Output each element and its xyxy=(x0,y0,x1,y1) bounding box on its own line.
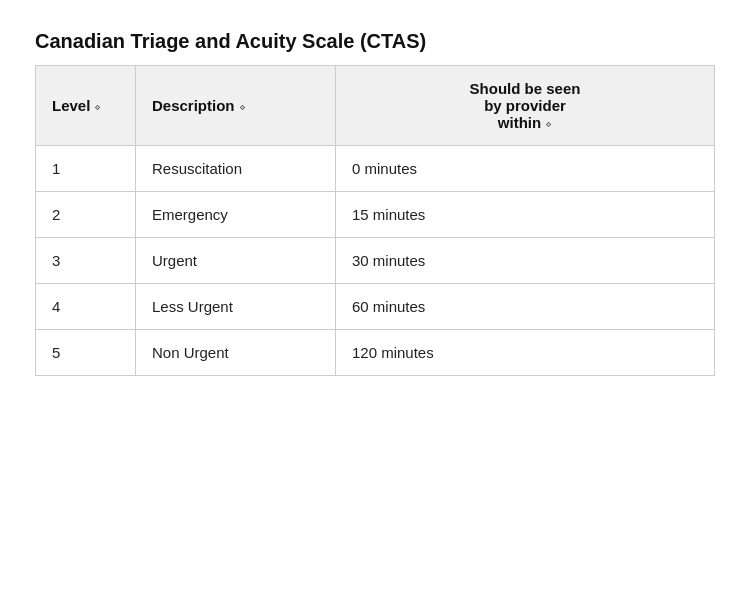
cell-description-1: Emergency xyxy=(136,192,336,238)
col-time-label-line2: by provider xyxy=(484,97,566,114)
cell-description-0: Resuscitation xyxy=(136,146,336,192)
col-header-level[interactable]: Level ⬦ xyxy=(36,66,136,146)
cell-time-4: 120 minutes xyxy=(336,330,715,376)
table-row: 5Non Urgent120 minutes xyxy=(36,330,715,376)
ctas-table: Level ⬦ Description ⬦ Should be seen xyxy=(35,65,715,376)
sort-icon-time[interactable]: ⬦ xyxy=(545,117,552,129)
sort-icon-description[interactable]: ⬦ xyxy=(239,100,246,112)
col-description-label: Description xyxy=(152,97,235,114)
col-header-time[interactable]: Should be seen by provider within ⬦ xyxy=(336,66,715,146)
table-row: 4Less Urgent60 minutes xyxy=(36,284,715,330)
cell-description-3: Less Urgent xyxy=(136,284,336,330)
cell-time-3: 60 minutes xyxy=(336,284,715,330)
cell-level-2: 3 xyxy=(36,238,136,284)
main-container: Canadian Triage and Acuity Scale (CTAS) … xyxy=(35,30,715,376)
cell-time-1: 15 minutes xyxy=(336,192,715,238)
col-header-description[interactable]: Description ⬦ xyxy=(136,66,336,146)
cell-level-3: 4 xyxy=(36,284,136,330)
cell-level-1: 2 xyxy=(36,192,136,238)
cell-level-4: 5 xyxy=(36,330,136,376)
col-time-label-line3: within xyxy=(498,114,541,131)
cell-level-0: 1 xyxy=(36,146,136,192)
table-header-row: Level ⬦ Description ⬦ Should be seen xyxy=(36,66,715,146)
col-level-label: Level xyxy=(52,97,90,114)
table-row: 1Resuscitation0 minutes xyxy=(36,146,715,192)
cell-time-2: 30 minutes xyxy=(336,238,715,284)
table-row: 2Emergency15 minutes xyxy=(36,192,715,238)
col-time-label-line1: Should be seen xyxy=(470,80,581,97)
table-body: 1Resuscitation0 minutes2Emergency15 minu… xyxy=(36,146,715,376)
table-title: Canadian Triage and Acuity Scale (CTAS) xyxy=(35,30,715,53)
cell-description-2: Urgent xyxy=(136,238,336,284)
table-row: 3Urgent30 minutes xyxy=(36,238,715,284)
cell-description-4: Non Urgent xyxy=(136,330,336,376)
cell-time-0: 0 minutes xyxy=(336,146,715,192)
sort-icon-level[interactable]: ⬦ xyxy=(94,100,101,112)
